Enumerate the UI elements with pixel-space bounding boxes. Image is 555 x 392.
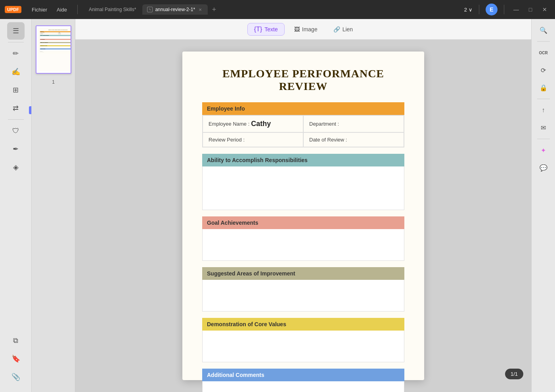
- sidebar-icon-organize[interactable]: ⊞: [7, 81, 25, 99]
- sidebar-icon-protect[interactable]: 🛡: [7, 122, 25, 140]
- employee-name-label: Employee Name :: [209, 121, 249, 127]
- right-divider-2: [537, 99, 550, 99]
- date-review-cell: Date of Review :: [303, 132, 404, 147]
- image-icon: 🖼: [294, 26, 300, 33]
- sidebar-icon-layers[interactable]: ⧉: [7, 332, 25, 349]
- thumbnail-page-1[interactable]: EMPLOYEE PERFORMANCE REVIEW Employee Inf…: [36, 25, 71, 74]
- sidebar-icon-compress[interactable]: ◈: [7, 159, 25, 176]
- main-content: ☰ ✏ ✍ ⊞ ⇄ 🛡 ✒ ◈ ⧉ 🔖 📎 EMPLOYEE PERFORMAN…: [0, 19, 555, 392]
- lien-icon: 🔗: [333, 26, 340, 33]
- search-icon-right[interactable]: 🔍: [536, 22, 551, 38]
- lien-label: Lien: [343, 26, 353, 33]
- user-avatar[interactable]: E: [486, 4, 498, 15]
- tab-2[interactable]: ✎ annual-review-2-1* ✕: [142, 4, 208, 15]
- employee-name-value[interactable]: Cathy: [251, 120, 271, 128]
- share-icon[interactable]: ↑: [536, 102, 551, 118]
- app-logo: UPDF: [5, 6, 21, 13]
- improvement-header: Suggested Areas of Improvement: [202, 267, 404, 280]
- ability-header: Ability to Accomplish Responsibilities: [202, 154, 404, 166]
- add-tab-button[interactable]: +: [209, 5, 219, 14]
- texte-label: Texte: [264, 26, 278, 33]
- maximize-button[interactable]: □: [525, 4, 536, 15]
- employee-info-header: Employee Info: [202, 102, 404, 115]
- employee-info-grid: Employee Name : Cathy Department : Revie…: [202, 115, 404, 147]
- comments-header: Additional Comments: [202, 369, 404, 381]
- sidebar-divider-1: [8, 42, 24, 42]
- send-email-icon[interactable]: ✉: [536, 120, 551, 136]
- sidebar-icon-sign[interactable]: ✒: [7, 140, 25, 158]
- sidebar-divider-2: [8, 119, 24, 120]
- protect-icon-right[interactable]: 🔒: [536, 80, 551, 96]
- sidebar-icon-bookmark[interactable]: 🔖: [7, 350, 25, 367]
- comments-body[interactable]: [202, 381, 404, 392]
- improvement-body[interactable]: [202, 280, 404, 312]
- menu-fichier[interactable]: Fichier: [28, 5, 51, 14]
- edit-toolbar: {T} Texte 🖼 Image 🔗 Lien: [75, 19, 531, 40]
- topbar: UPDF Fichier Aide Animal Painting Skills…: [0, 0, 555, 19]
- right-divider-3: [537, 139, 550, 139]
- thumbnail-preview: EMPLOYEE PERFORMANCE REVIEW Employee Inf…: [38, 28, 71, 71]
- page-count-badge: 1/1: [505, 369, 523, 379]
- sidebar-right: 🔍 OCR ⟳ 🔒 ↑ ✉ ✦ 💬: [531, 19, 555, 392]
- sidebar-active-indicator: [29, 106, 31, 114]
- page-navigation: 2 ∨: [464, 7, 473, 13]
- document-area: {T} Texte 🖼 Image 🔗 Lien EMPLOYEE PERFOR…: [75, 19, 531, 392]
- menu-divider: [77, 5, 78, 14]
- avatar-divider: [504, 5, 504, 14]
- review-period-cell: Review Period :: [203, 132, 303, 147]
- sidebar-icon-comment[interactable]: ✍: [7, 63, 25, 80]
- ocr-icon[interactable]: OCR: [536, 45, 551, 61]
- department-label: Department :: [309, 121, 339, 127]
- texte-icon: {T}: [254, 26, 262, 33]
- document-title: EMPLOYEE PERFORMANCE REVIEW: [202, 67, 404, 93]
- close-button[interactable]: ✕: [539, 4, 550, 15]
- ability-body[interactable]: [202, 166, 404, 210]
- tab-2-icon: ✎: [147, 7, 153, 12]
- image-button[interactable]: 🖼 Image: [288, 24, 324, 35]
- department-cell: Department :: [303, 115, 404, 132]
- review-period-label: Review Period :: [209, 137, 245, 143]
- chat-icon[interactable]: 💬: [536, 160, 551, 176]
- image-label: Image: [302, 26, 318, 33]
- document-page: EMPLOYEE PERFORMANCE REVIEW Employee Inf…: [182, 52, 424, 380]
- sidebar-icon-pages[interactable]: ☰: [7, 22, 25, 40]
- thumbnail-page-number: 1: [52, 79, 55, 85]
- nav-divider: [479, 5, 479, 14]
- menu-aide[interactable]: Aide: [53, 5, 71, 14]
- sidebar-icon-attachment[interactable]: 📎: [7, 368, 25, 386]
- texte-button[interactable]: {T} Texte: [247, 23, 285, 36]
- date-review-label: Date of Review :: [309, 137, 347, 143]
- tab-2-close[interactable]: ✕: [197, 7, 203, 12]
- thumbnail-panel: EMPLOYEE PERFORMANCE REVIEW Employee Inf…: [32, 19, 75, 392]
- page-nav-number: 2: [464, 7, 467, 13]
- sidebar-left: ☰ ✏ ✍ ⊞ ⇄ 🛡 ✒ ◈ ⧉ 🔖 📎: [0, 19, 32, 392]
- lien-button[interactable]: 🔗 Lien: [327, 24, 359, 35]
- right-divider-1: [537, 41, 550, 42]
- goal-body[interactable]: [202, 229, 404, 261]
- document-scroll[interactable]: EMPLOYEE PERFORMANCE REVIEW Employee Inf…: [75, 40, 531, 392]
- tab-1-label: Animal Painting Skills*: [89, 7, 136, 12]
- goal-header: Goal Achievements: [202, 216, 404, 229]
- sidebar-icon-edit[interactable]: ✏: [7, 45, 25, 62]
- ai-icon[interactable]: ✦: [536, 142, 551, 158]
- tabs-area: Animal Painting Skills* ✎ annual-review-…: [84, 4, 461, 15]
- sidebar-icon-convert[interactable]: ⇄: [7, 99, 25, 117]
- minimize-button[interactable]: —: [511, 4, 522, 15]
- core-values-body[interactable]: [202, 331, 404, 362]
- employee-name-cell: Employee Name : Cathy: [203, 115, 303, 132]
- sidebar-bottom: ⧉ 🔖 📎: [7, 332, 25, 389]
- tab-2-label: annual-review-2-1*: [155, 7, 195, 12]
- topbar-right: 2 ∨ E — □ ✕: [464, 4, 550, 15]
- menu-bar: Fichier Aide: [28, 5, 71, 14]
- core-values-header: Demonstration of Core Values: [202, 318, 404, 331]
- tab-1[interactable]: Animal Painting Skills*: [84, 4, 141, 15]
- page-nav-arrow[interactable]: ∨: [469, 7, 473, 13]
- recognize-icon[interactable]: ⟳: [536, 62, 551, 78]
